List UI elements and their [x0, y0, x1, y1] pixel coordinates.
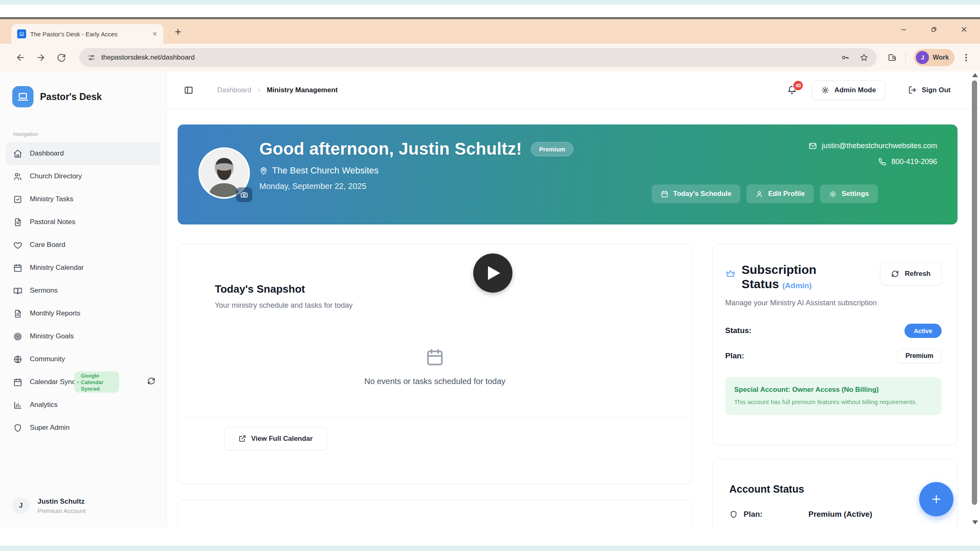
bar-chart-icon: [13, 400, 22, 410]
address-bar[interactable]: thepastorsdesk.net/dashboard: [79, 48, 877, 67]
sidebar-item-community[interactable]: Community: [6, 348, 160, 371]
new-tab-button[interactable]: +: [175, 27, 181, 38]
user-icon: [755, 190, 763, 198]
page-top-strip: [0, 0, 980, 4]
sidebar-user[interactable]: J Justin Schultz Premium Account: [12, 497, 86, 514]
mail-icon: [808, 142, 817, 150]
forward-icon[interactable]: [36, 53, 46, 62]
google-calendar-synced-badge: Google Calendar Synced: [74, 371, 119, 393]
sidebar-item-dashboard[interactable]: Dashboard: [6, 142, 160, 165]
browser-tab[interactable]: The Pastor's Desk - Early Acces: [11, 24, 163, 44]
notifications-button[interactable]: 40: [787, 85, 797, 95]
gear-icon: [821, 86, 829, 94]
app-root: Pastor's Desk Navigation Dashboard Churc…: [0, 71, 980, 527]
sidebar-item-care-board[interactable]: Care Board: [6, 233, 160, 256]
admin-mode-button[interactable]: Admin Mode: [812, 80, 885, 100]
sidebar-item-label: Ministry Tasks: [30, 195, 73, 203]
window-minimize-button[interactable]: [900, 26, 907, 33]
subscription-subtitle: Manage your Ministry AI Assistant subscr…: [725, 299, 942, 307]
sidebar-item-super-admin[interactable]: Super Admin: [6, 416, 160, 439]
sign-out-button[interactable]: Sign Out: [904, 80, 955, 100]
url-text[interactable]: thepastorsdesk.net/dashboard: [101, 53, 835, 62]
browser-profile-button[interactable]: J Work: [914, 49, 955, 66]
scroll-down-arrow[interactable]: [972, 520, 978, 524]
current-date: Monday, September 22, 2025: [259, 182, 573, 191]
browser-window: The Pastor's Desk - Early Acces + thepas…: [0, 17, 980, 527]
refresh-button[interactable]: Refresh: [880, 262, 942, 285]
file-text-icon: [13, 218, 22, 227]
external-link-icon: [238, 435, 246, 442]
scrollbar-thumb[interactable]: [972, 80, 977, 505]
sync-refresh-icon[interactable]: [147, 377, 156, 385]
map-pin-icon: [259, 167, 268, 175]
users-icon: [13, 172, 22, 181]
tab-search-icon[interactable]: [887, 53, 897, 62]
sidebar-item-ministry-calendar[interactable]: Ministry Calendar: [6, 256, 160, 279]
account-plan-label: Plan:: [744, 510, 762, 519]
edit-profile-button[interactable]: Edit Profile: [746, 184, 814, 203]
sidebar-item-label: Church Directory: [30, 172, 82, 180]
breadcrumb-parent[interactable]: Dashboard: [217, 86, 251, 94]
status-label: Status:: [725, 326, 751, 335]
sidebar-item-analytics[interactable]: Analytics: [6, 393, 160, 416]
profile-name: Work: [933, 54, 949, 61]
window-close-button[interactable]: [960, 26, 968, 33]
sidebar-item-monthly-reports[interactable]: Monthly Reports: [6, 302, 160, 325]
view-full-calendar-button[interactable]: View Full Calendar: [224, 427, 327, 450]
subscription-status-card: Subscription Status (Admin) Refresh Mana…: [713, 244, 958, 445]
admin-mode-label: Admin Mode: [834, 86, 876, 94]
browser-menu-icon[interactable]: [963, 54, 969, 61]
add-fab-button[interactable]: [919, 482, 953, 516]
back-icon[interactable]: [16, 53, 25, 62]
sidebar-item-church-directory[interactable]: Church Directory: [6, 165, 160, 188]
video-play-button[interactable]: [473, 253, 512, 293]
settings-button[interactable]: Settings: [820, 184, 878, 203]
profile-avatar: J: [916, 51, 929, 64]
sidebar-item-pastoral-notes[interactable]: Pastoral Notes: [6, 211, 160, 233]
laptop-logo-icon: [12, 86, 33, 107]
shield-icon: [729, 510, 738, 519]
next-card-partial: [178, 500, 692, 527]
view-full-calendar-label: View Full Calendar: [251, 435, 313, 443]
sidebar-item-label: Monthly Reports: [30, 309, 80, 318]
plan-premium-badge: Premium: [898, 349, 942, 363]
sidebar-toggle-icon[interactable]: [184, 85, 194, 95]
subscription-title: Subscription Status (Admin): [742, 262, 844, 291]
sidebar-item-ministry-tasks[interactable]: Ministry Tasks: [6, 188, 160, 211]
breadcrumb: Dashboard › Ministry Management: [217, 86, 338, 94]
sidebar-item-label: Analytics: [30, 401, 58, 409]
password-key-icon[interactable]: [841, 53, 850, 62]
bookmark-star-icon[interactable]: [860, 53, 869, 62]
reload-icon[interactable]: [56, 53, 66, 62]
phone-icon: [878, 158, 886, 166]
plan-label: Plan:: [725, 351, 744, 360]
sidebar-item-ministry-goals[interactable]: Ministry Goals: [6, 325, 160, 348]
sidebar-item-sermons[interactable]: Sermons: [6, 279, 160, 302]
crown-icon: [725, 268, 736, 279]
breadcrumb-current: Ministry Management: [267, 86, 338, 94]
user-email: justin@thebestchurchwebsites.com: [822, 142, 937, 150]
calendar-sync-icon: [13, 378, 22, 387]
check-square-icon: [13, 195, 22, 204]
todays-schedule-button[interactable]: Today's Schedule: [652, 184, 741, 203]
page-scrollbar[interactable]: [971, 73, 978, 525]
app-logo[interactable]: Pastor's Desk: [0, 71, 166, 107]
breadcrumb-separator: ›: [258, 86, 260, 94]
sidebar-nav: Dashboard Church Directory Ministry Task…: [0, 142, 166, 439]
scroll-up-arrow[interactable]: [972, 73, 978, 77]
sidebar-item-label: Super Admin: [30, 424, 69, 432]
camera-icon[interactable]: [236, 187, 252, 202]
tab-close-icon[interactable]: [152, 31, 158, 37]
refresh-label: Refresh: [905, 270, 931, 278]
user-avatar: J: [12, 497, 29, 514]
sidebar-item-calendar-sync[interactable]: Calendar Sync Google Calendar Synced: [6, 371, 160, 393]
window-maximize-button[interactable]: [930, 26, 938, 33]
browser-toolbar: thepastorsdesk.net/dashboard J Work: [0, 44, 980, 71]
settings-label: Settings: [842, 190, 869, 198]
gear-icon: [829, 190, 837, 198]
premium-badge: Premium: [531, 142, 573, 156]
tune-icon[interactable]: [87, 53, 96, 62]
sidebar-item-label: Community: [30, 355, 65, 363]
admin-tag: (Admin): [782, 281, 812, 290]
log-out-icon: [908, 86, 917, 94]
